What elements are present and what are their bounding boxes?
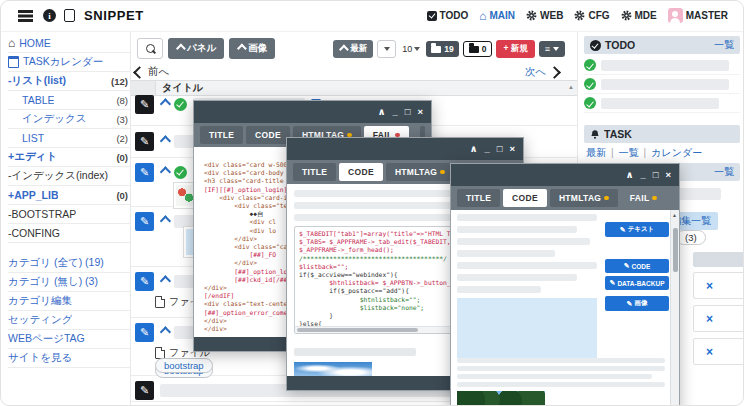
new-snippet-button[interactable]: + 新規: [496, 40, 534, 58]
nav-main[interactable]: ⌂MAIN: [479, 10, 515, 21]
sidebar-item[interactable]: -BOOTSTRAP: [8, 205, 130, 224]
edit-action-button[interactable]: ✎画像: [605, 296, 669, 311]
edit-pencil-button[interactable]: ✎: [135, 323, 154, 342]
editor-tab[interactable]: TITLE: [457, 189, 500, 207]
pin-list-link[interactable]: 一覧: [714, 165, 734, 179]
window-maximize-button[interactable]: □: [405, 107, 411, 117]
editor-tab[interactable]: TITLE: [293, 163, 336, 181]
edit-action-button[interactable]: ✎DATA-BACKUP: [605, 276, 669, 290]
task-link[interactable]: 最新: [586, 146, 606, 160]
sidebar-item[interactable]: カテゴリ (無し) (3): [8, 273, 130, 292]
per-page-select[interactable]: 10: [400, 44, 422, 54]
sidebar-item[interactable]: TABLE (8): [8, 91, 130, 110]
window-minimize-button[interactable]: ∧: [470, 144, 478, 154]
check-circle-icon: [174, 98, 187, 111]
todo-item[interactable]: [584, 75, 740, 94]
task-link[interactable]: カレンダー: [639, 146, 703, 160]
scrollbar-thumb[interactable]: [673, 228, 678, 272]
list-menu-button[interactable]: ≡: [539, 41, 565, 57]
edit-action-label: CODE: [632, 263, 651, 270]
editor-tab[interactable]: CODE: [246, 126, 290, 144]
window-titlebar[interactable]: ∧ _ □ ×: [451, 164, 679, 186]
latest-sort-button[interactable]: 最新: [333, 40, 373, 58]
open-folder-count-button[interactable]: 19: [426, 41, 458, 57]
next-page-label: 次へ: [525, 65, 546, 79]
copy-icon[interactable]: [64, 9, 75, 22]
sidebar-item[interactable]: TASKカレンダー: [8, 53, 130, 72]
window-hide-button[interactable]: _: [392, 107, 397, 117]
window-hide-button[interactable]: _: [640, 170, 645, 180]
close-icon[interactable]: ×: [706, 279, 713, 293]
sort-select[interactable]: [377, 40, 396, 58]
edit-pencil-button[interactable]: ✎: [135, 132, 154, 151]
hamburger-menu-icon[interactable]: [18, 10, 33, 13]
window-close-button[interactable]: ×: [509, 144, 515, 154]
sky-image-thumbnail[interactable]: [294, 362, 372, 376]
edit-pencil-button[interactable]: ✎: [135, 163, 154, 182]
sidebar-item[interactable]: -インデックス(index): [8, 167, 130, 186]
closed-folder-count-button[interactable]: 0: [463, 41, 493, 57]
edit-pencil-button[interactable]: ✎: [135, 95, 154, 114]
todo-item[interactable]: [584, 94, 740, 113]
sidebar-item[interactable]: カテゴリ (全て) (19): [8, 254, 130, 273]
scrollbar-up-arrow[interactable]: ▲: [672, 212, 677, 218]
window-titlebar[interactable]: ∧ _ □ ×: [287, 138, 523, 160]
close-icon[interactable]: ×: [706, 312, 713, 326]
search-button[interactable]: [137, 38, 163, 59]
sidebar-item[interactable]: インデックス (3): [8, 110, 130, 129]
sidebar-item[interactable]: サイトを見る: [8, 349, 130, 368]
chevron-up-icon[interactable]: [160, 168, 168, 176]
sidebar-item[interactable]: -CONFING: [8, 224, 130, 243]
sidebar-item[interactable]: WEBページTAG: [8, 330, 130, 349]
editor-tab[interactable]: CODE: [339, 163, 383, 181]
window-titlebar[interactable]: ∧ _ □ ×: [194, 101, 431, 123]
edit-pencil-button[interactable]: ✎: [135, 272, 154, 291]
tag-badge[interactable]: bootstrap: [155, 358, 213, 373]
chevron-up-icon[interactable]: [160, 217, 168, 225]
nav-web[interactable]: WEB: [526, 10, 563, 21]
sidebar-item[interactable]: LIST (2): [8, 129, 130, 148]
info-icon[interactable]: i: [43, 9, 56, 22]
palm-image-thumbnail[interactable]: [457, 391, 545, 406]
chevron-up-icon[interactable]: [160, 277, 168, 285]
sidebar-item[interactable]: +APP_LIB (0): [8, 186, 130, 205]
sidebar-item[interactable]: セッティング: [8, 311, 130, 330]
nav-todo[interactable]: TODO: [427, 10, 469, 21]
edit-action-button[interactable]: ✎CODE: [605, 259, 669, 273]
sidebar-item[interactable]: +エディト (0): [8, 148, 130, 167]
todo-list-link[interactable]: 一覧: [714, 38, 734, 52]
window-close-button[interactable]: ×: [417, 107, 423, 117]
editor-tab[interactable]: HTMLTAG: [550, 189, 618, 207]
scrollbar-thumb[interactable]: [297, 328, 418, 332]
nav-mde[interactable]: MDE: [621, 10, 657, 21]
prev-page-link[interactable]: 前へ: [135, 65, 169, 79]
nav-cfg[interactable]: CFG: [574, 10, 609, 21]
chevron-up-icon[interactable]: [160, 328, 168, 336]
editor-tab[interactable]: CODE: [503, 189, 547, 207]
chevron-up-icon[interactable]: [160, 100, 168, 108]
editor-tab[interactable]: TITLE: [200, 126, 243, 144]
close-icon[interactable]: ×: [706, 345, 713, 359]
sidebar-item[interactable]: カテゴリ編集: [8, 292, 130, 311]
image-collapse-button[interactable]: 画像: [229, 38, 275, 59]
sidebar-item[interactable]: -リスト(list) (12): [8, 72, 130, 91]
window-maximize-button[interactable]: □: [497, 144, 503, 154]
window-maximize-button[interactable]: □: [653, 170, 659, 180]
window-close-button[interactable]: ×: [665, 170, 671, 180]
sidebar-item[interactable]: ⌂ HOME: [8, 34, 130, 53]
edit-pencil-button[interactable]: ✎: [135, 381, 154, 400]
edit-action-button[interactable]: ✎テキスト: [605, 222, 669, 237]
nav-user[interactable]: MASTER: [668, 8, 728, 23]
editor-tab[interactable]: FAIL: [621, 189, 666, 207]
window-minimize-button[interactable]: ∧: [378, 107, 386, 117]
next-page-link[interactable]: 次へ: [525, 65, 559, 79]
chevron-up-icon[interactable]: [160, 137, 168, 145]
window-minimize-button[interactable]: ∧: [626, 170, 634, 180]
task-link[interactable]: 一覧: [606, 146, 639, 160]
todo-item[interactable]: [584, 56, 740, 75]
editor-tab[interactable]: HTMLTAG: [386, 163, 454, 181]
panel-collapse-button[interactable]: パネル: [168, 38, 224, 59]
vertical-scrollbar[interactable]: ▲: [670, 210, 679, 406]
window-hide-button[interactable]: _: [484, 144, 489, 154]
edit-pencil-button[interactable]: ✎: [135, 212, 154, 231]
